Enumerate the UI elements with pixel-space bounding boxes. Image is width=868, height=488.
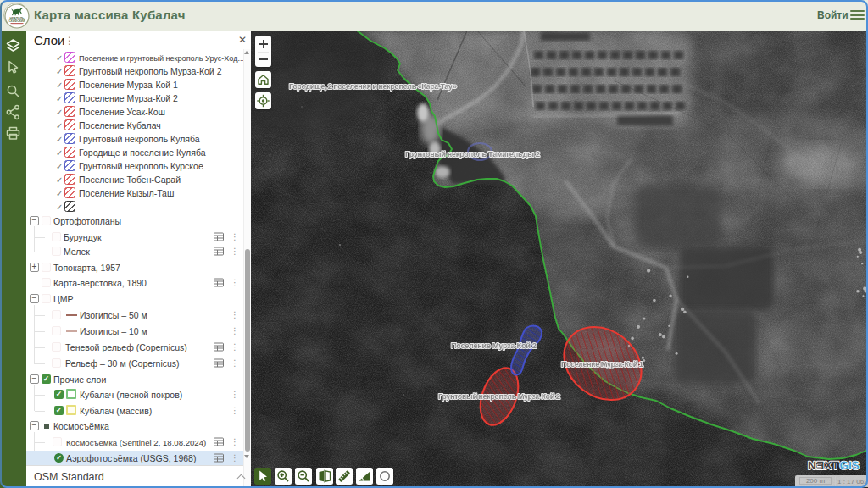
svg-text:XT: XT [825, 459, 840, 472]
svg-text:Грунтовый некрополь Тамагельды: Грунтовый некрополь Тамагельды 2 [405, 149, 540, 158]
svg-text:СКИФСКИЙ: СКИФСКИЙ [8, 19, 25, 23]
svg-text:Городище, 2 поселения и некроп: Городище, 2 поселения и некрополь «Кара-… [289, 81, 457, 91]
svg-text:Поселение Мурза-Кой 2: Поселение Мурза-Кой 2 [451, 341, 537, 350]
svg-text:GIS: GIS [840, 459, 860, 472]
svg-text:Поселение Мурза-Кой 1: Поселение Мурза-Кой 1 [561, 359, 644, 369]
svg-text:Грунтовый некрополь Мурза-Кой: Грунтовый некрополь Мурза-Кой 2 [438, 391, 560, 401]
svg-text:N: N [808, 459, 816, 472]
svg-text:E: E [816, 459, 824, 472]
